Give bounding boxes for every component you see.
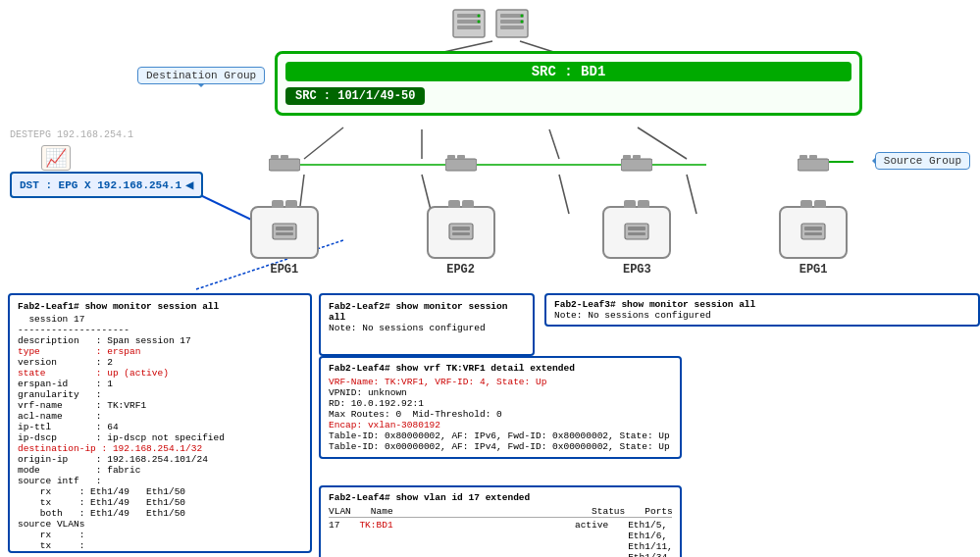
encap-line: Encap: vxlan-3080192: [329, 420, 672, 430]
svg-rect-49: [804, 227, 822, 230]
svg-rect-28: [271, 155, 279, 159]
epg-row: EPG1 EPG2: [196, 206, 902, 277]
src-port-label: SRC : 101/1/49-50: [285, 87, 425, 105]
vlan-header-row: VLAN Name Status Ports: [329, 506, 672, 518]
left-terminal-desc: description : Span session 17: [18, 335, 302, 346]
svg-rect-47: [628, 232, 645, 235]
analytics-icon: 📈: [41, 145, 71, 171]
left-terminal-vrf: vrf-name : TK:VRF1: [18, 400, 302, 411]
table-ipv6-line: Table-ID: 0x80000002, AF: IPv6, Fwd-ID: …: [329, 430, 672, 441]
vlan-panel-title: Fab2-Leaf4# show vlan id 17 extended: [329, 492, 672, 503]
left-terminal-type: type : erspan: [18, 346, 302, 357]
arrow-left-icon: ◀: [185, 177, 193, 193]
svg-point-19: [477, 15, 480, 18]
svg-rect-48: [801, 224, 825, 239]
right-terminal-note: Note: No sessions configured: [554, 310, 970, 321]
table-ipv4-line: Table-ID: 0x00000002, AF: IPv4, Fwd-ID: …: [329, 441, 672, 452]
epg-node-2: EPG2: [427, 206, 495, 277]
right-top-terminal-panel: Fab2-Leaf3# show monitor session all Not…: [544, 293, 980, 327]
epg-device-icon-3: [623, 222, 650, 243]
switch-row: [196, 155, 902, 175]
left-terminal-vlan-both: both :: [18, 551, 302, 553]
left-terminal-mode: mode : fabric: [18, 465, 302, 476]
svg-rect-35: [633, 155, 641, 159]
vlan-col-vlan: VLAN: [329, 506, 351, 517]
svg-rect-42: [449, 224, 473, 239]
svg-rect-31: [447, 155, 455, 159]
svg-point-20: [477, 21, 480, 24]
epg-label-1: EPG1: [250, 263, 319, 277]
vlan-row-name: TK:BD1: [359, 520, 555, 557]
svg-rect-16: [457, 14, 481, 18]
switch-icon-2: [445, 155, 477, 175]
panels-area: Fab2-Leaf1# show monitor session all ses…: [0, 289, 980, 557]
svg-rect-18: [457, 25, 481, 29]
switch-icon-3: [621, 155, 652, 175]
rd-line: RD: 10.0.192.92:1: [329, 398, 672, 409]
left-terminal-vlan-tx: tx :: [18, 540, 302, 551]
diagram-area: SRC : BD1 SRC : 101/1/49-50 Destination …: [0, 0, 980, 294]
switch-icon-1: [269, 155, 300, 175]
left-terminal-origin-ip: origin-ip : 192.168.254.101/24: [18, 454, 302, 465]
epg-device-icon-4: [799, 222, 827, 243]
left-terminal-panel: Fab2-Leaf1# show monitor session all ses…: [8, 293, 312, 553]
svg-rect-22: [500, 14, 524, 18]
vpnid-line: VPNID: unknown: [329, 387, 672, 398]
svg-point-26: [520, 21, 523, 24]
svg-rect-38: [809, 155, 817, 159]
vlan-row-ports: Eth1/5, Eth1/6, Eth1/11,Eth1/34, Po2, Po…: [628, 520, 673, 557]
left-terminal-dscp: ip-dscp : ip-dscp not specified: [18, 432, 302, 443]
svg-point-25: [520, 15, 523, 18]
left-terminal-tx: tx : Eth1/49 Eth1/50: [18, 497, 302, 508]
vlan-col-status: Status: [592, 506, 625, 517]
left-terminal-dst-ip: destination-ip : 192.168.254.1/32: [18, 443, 302, 454]
server-icons: [451, 8, 530, 39]
left-terminal-vlan-rx: rx :: [18, 530, 302, 540]
svg-rect-41: [276, 232, 293, 235]
vlan-row-status: active: [575, 520, 608, 557]
svg-rect-50: [804, 232, 822, 235]
server-icon-2: [494, 8, 530, 39]
svg-rect-24: [500, 25, 524, 29]
switch-icon-4: [798, 155, 829, 175]
left-terminal-ttl: ip-ttl : 64: [18, 422, 302, 432]
mid-terminal-note: Note: No sessions configured: [329, 323, 525, 333]
right-panels: Fab2-Leaf3# show monitor session all Not…: [544, 293, 980, 330]
left-terminal-line-session: session 17: [18, 314, 302, 325]
vrf-panel: Fab2-Leaf4# show vrf TK:VRF1 detail exte…: [319, 356, 682, 459]
svg-rect-23: [500, 20, 524, 24]
left-terminal-both: both : Eth1/49 Eth1/50: [18, 508, 302, 519]
svg-rect-45: [625, 224, 648, 239]
epg-label-4: EPG1: [779, 263, 848, 277]
dst-top-label: DESTEPG 192.168.254.1: [10, 129, 133, 140]
mid-terminal-title: Fab2-Leaf2# show monitor session all: [329, 301, 525, 323]
mid-terminal-panel: Fab2-Leaf2# show monitor session all Not…: [319, 293, 535, 356]
epg-label-3: EPG3: [602, 263, 671, 277]
left-terminal-erspan: erspan-id : 1: [18, 379, 302, 389]
svg-rect-27: [269, 159, 300, 171]
vrf-name-line: VRF-Name: TK:VRF1, VRF-ID: 4, State: Up: [329, 377, 672, 387]
epg-device-icon-1: [271, 222, 298, 243]
svg-rect-17: [457, 20, 481, 24]
svg-rect-43: [452, 227, 470, 230]
vlan-row-id: 17: [329, 520, 339, 557]
svg-rect-39: [273, 224, 296, 239]
epg-node-3: EPG3: [602, 206, 671, 277]
left-terminal-src-vlans: source VLANs: [18, 519, 302, 530]
vlan-panel: Fab2-Leaf4# show vlan id 17 extended VLA…: [319, 485, 682, 557]
epg-label-2: EPG2: [427, 263, 495, 277]
destination-group-tooltip: Destination Group: [137, 67, 265, 84]
vlan-data-row: 17 TK:BD1 active Eth1/5, Eth1/6, Eth1/11…: [329, 520, 672, 557]
server-icon-1: [451, 8, 487, 39]
left-terminal-version: version : 2: [18, 357, 302, 368]
dst-epg-box: DST : EPG X 192.168.254.1 ◀: [10, 172, 203, 198]
src-bd1-label: SRC : BD1: [285, 62, 851, 81]
right-terminal-title: Fab2-Leaf3# show monitor session all: [554, 299, 970, 310]
svg-rect-34: [623, 155, 631, 159]
vrf-panel-title: Fab2-Leaf4# show vrf TK:VRF1 detail exte…: [329, 363, 672, 374]
svg-rect-44: [452, 232, 470, 235]
left-terminal-rx: rx : Eth1/49 Eth1/50: [18, 486, 302, 497]
epg-node-4: EPG1: [779, 206, 848, 277]
left-terminal-title: Fab2-Leaf1# show monitor session all: [18, 301, 302, 312]
svg-rect-40: [276, 227, 293, 230]
